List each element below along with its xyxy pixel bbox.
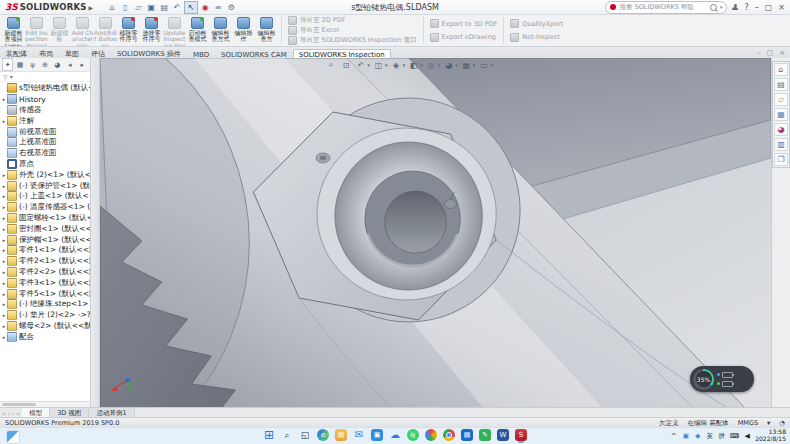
tree-item[interactable]: 右视基准面 <box>0 148 90 159</box>
propertymanager-tab[interactable]: ▦ <box>14 58 25 71</box>
apply-scene-icon[interactable]: ▦ <box>460 59 473 71</box>
graphics-area[interactable]: ⌕ ▾ ⊡ ▾ ↶ ▾ ◫ ▾ <box>100 58 771 408</box>
panel-tab-scroll-left[interactable]: ◂ <box>64 58 75 71</box>
taskbar-clock[interactable]: 13:58 2022/8/15 <box>755 429 786 443</box>
edit-inspection-button[interactable]: 编辑检查方 <box>255 15 278 46</box>
touch-keyboard-icon[interactable]: ⌨ <box>730 432 739 441</box>
edit-inspection-method-button[interactable]: 编辑检查方式 <box>209 15 232 46</box>
launch-inspection-mode-button[interactable]: 启动检查模式 <box>186 15 209 46</box>
minimize-button[interactable]: – <box>755 3 759 12</box>
qualityxpert-item[interactable]: QualityXpert <box>510 19 563 28</box>
edit-operation-button[interactable]: 编辑操作 <box>232 15 255 46</box>
doc-restore-button[interactable]: ▢ <box>767 49 774 57</box>
export-inspection-project-item[interactable]: 导出至 SOLIDWORKS Inspection 项目 <box>288 36 417 45</box>
start-button[interactable]: ⊞ <box>263 429 275 441</box>
login-button[interactable] <box>732 4 738 10</box>
dropdown-caret-icon[interactable]: ▾ <box>490 62 493 68</box>
tree-item[interactable]: History <box>0 94 90 105</box>
menu-expand-icon[interactable]: ▶ <box>89 4 94 11</box>
display-style-icon[interactable]: ◧ <box>407 59 420 71</box>
open-document-icon[interactable]: ▱ <box>132 2 144 13</box>
help-button[interactable]: ? <box>744 3 748 12</box>
onedrive-tray-icon[interactable]: ▣ <box>682 432 690 441</box>
notes-icon[interactable]: ✎ <box>479 429 491 441</box>
export-3d-pdf-item[interactable]: Export to 3D PDF <box>430 19 498 28</box>
dropdown-caret-icon[interactable]: ▾ <box>455 62 458 68</box>
doc-close-button[interactable]: × <box>779 49 785 57</box>
tree-item[interactable]: 配合 <box>0 331 90 342</box>
windows-security-icon[interactable]: ◆ <box>694 432 702 441</box>
dropdown-caret-icon[interactable]: ▾ <box>368 62 371 68</box>
tree-item[interactable]: 零件2<1> (默认<<默认>_显示状态 <box>0 256 90 267</box>
new-template-button[interactable]: 新建模板 <box>48 15 71 46</box>
tree-item[interactable]: 零件1<1> (默认<<默认>_显示状态 <box>0 245 90 256</box>
search-caret-icon[interactable]: ▾ <box>720 4 723 10</box>
filter-caret-icon[interactable]: ▾ <box>10 73 13 80</box>
tab-scroll-button[interactable]: › <box>12 410 14 417</box>
appearances-scenes-icon[interactable]: ◕ <box>774 123 788 136</box>
solidworks-resources-icon[interactable]: ⌂ <box>774 63 788 76</box>
file-explorer-pane-icon[interactable]: ▱ <box>774 93 788 106</box>
tree-item[interactable]: (-) 瓷保护管<1> (默认<<默认>_显 <box>0 180 90 191</box>
search-input[interactable]: 搜索 SOLIDWORKS 帮助 ▾ <box>605 1 727 14</box>
custom-properties-icon[interactable]: ▥ <box>774 138 788 151</box>
tree-item[interactable]: (-) 垫片 (2)<2> ->? (默认<<默认> <box>0 310 90 321</box>
battery-status-widget[interactable]: 35% <box>690 366 754 392</box>
tree-item[interactable]: 零件2<2> (默认<<默认>_显示状态 <box>0 267 90 278</box>
ime-language-indicator[interactable]: 英 <box>706 432 714 441</box>
search-icon[interactable] <box>710 4 717 11</box>
tree-item[interactable]: 原点 <box>0 159 90 170</box>
tree-item[interactable]: 注解 <box>0 115 90 126</box>
ime-mode-indicator[interactable]: 拼 <box>718 432 726 441</box>
dropdown-caret-icon[interactable]: ▾ <box>403 62 406 68</box>
mail-icon[interactable]: ✉ <box>353 429 365 441</box>
tree-item[interactable]: s型铂铑热电偶 (默认<默认_显示状态-1 <box>0 83 90 94</box>
volume-icon[interactable]: ◀ <box>743 432 751 441</box>
panel-tab-scroll-right[interactable]: ▸ <box>77 58 88 71</box>
hide-show-items-icon[interactable]: ◎ <box>425 59 438 71</box>
zoom-area-icon[interactable]: ⊡ <box>340 59 353 71</box>
tree-item[interactable]: (-) 绝缘珠.step<1> (默认<<默认> <box>0 299 90 310</box>
dropdown-caret-icon[interactable]: ▾ <box>385 62 388 68</box>
doc-minimize-button[interactable]: – <box>757 49 761 57</box>
print-icon[interactable]: ▤ <box>158 2 170 13</box>
configurationmanager-tab[interactable]: ψ <box>27 58 38 71</box>
edit-inspection-project-button[interactable]: Edit Inspection Project <box>25 15 48 46</box>
tree-item[interactable]: 螺母<2> (默认<<默认>_显示状态 <box>0 321 90 332</box>
panel-splitter[interactable] <box>91 58 100 408</box>
taskbar-search-icon[interactable]: ⌕ <box>281 429 293 441</box>
reader-icon[interactable]: ▤ <box>461 429 473 441</box>
export-excel-item[interactable]: 导出至 Excel <box>288 26 417 35</box>
section-view-icon[interactable]: ◫ <box>372 59 385 71</box>
youdao-icon[interactable]: 有 <box>407 429 419 441</box>
save-icon[interactable]: ▣ <box>145 2 157 13</box>
solidworks-logo[interactable]: 3S SOLIDWORKS ▶ <box>0 2 98 12</box>
home-icon[interactable]: ⌂ <box>106 2 118 13</box>
select-balloons-button[interactable]: 选择零件序号 <box>140 15 163 46</box>
rebuild-icon[interactable]: ◉ <box>199 2 211 13</box>
dropdown-caret-icon[interactable]: ▾ <box>473 62 476 68</box>
status-tag-icon[interactable]: ◔ <box>779 419 785 427</box>
tree-item[interactable]: (-) 上盖<1> (默认<<默认>_显示状 <box>0 191 90 202</box>
undo-icon[interactable]: ↶ <box>171 2 183 13</box>
file-properties-icon[interactable]: ≡ <box>212 2 224 13</box>
hidden-icons-chevron[interactable]: ^ <box>670 432 678 441</box>
dropdown-caret-icon[interactable]: ▾ <box>438 62 441 68</box>
solidworks-taskbar-icon[interactable]: S <box>515 429 527 441</box>
scrollbar-thumb[interactable] <box>2 403 36 406</box>
view-palette-icon[interactable]: ▦ <box>774 108 788 121</box>
tree-filter-row[interactable]: ▽ ▾ <box>0 72 90 82</box>
dimxpertmanager-tab[interactable]: ⊕ <box>39 58 50 71</box>
task-pane-more-icon[interactable]: ❐ <box>774 153 788 166</box>
export-2d-pdf-item[interactable]: 导出至 2D PDF <box>288 16 417 25</box>
dropdown-caret-icon[interactable]: ▾ <box>420 62 423 68</box>
chrome-icon[interactable] <box>443 429 455 441</box>
new-inspection-project-button[interactable]: 新建检查项目 (amp;N) <box>2 15 25 46</box>
tab-scroll-button[interactable]: » <box>16 410 20 417</box>
task-view-icon[interactable]: ◱ <box>299 429 311 441</box>
net-inspect-item[interactable]: Net-Inspect <box>510 33 563 42</box>
zoom-fit-icon[interactable]: ⌕ <box>325 59 338 71</box>
photos-icon[interactable] <box>425 429 437 441</box>
tree-item[interactable]: 零件5<1> (默认<<默认>_显示状态 <box>0 288 90 299</box>
tree-item[interactable]: 保护帽<1> (默认<<默认>_显示状 <box>0 234 90 245</box>
